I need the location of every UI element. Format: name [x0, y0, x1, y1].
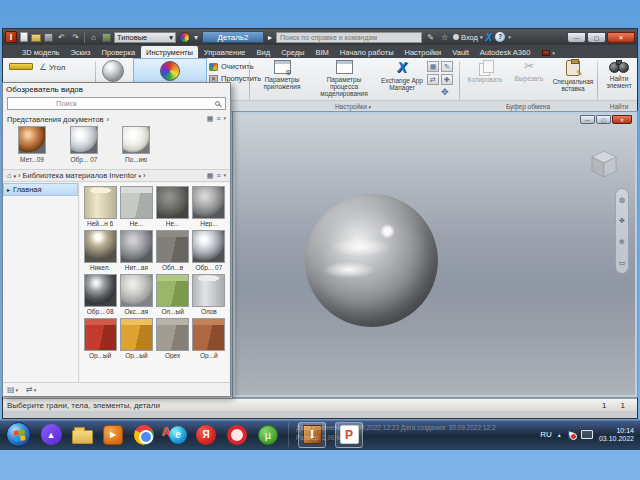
- library-breadcrumb[interactable]: ⌂ ▾ › Библиотека материалов Inventor ▾ ›…: [3, 169, 230, 182]
- swap-library-button[interactable]: ⇄▾: [26, 385, 36, 394]
- home-icon[interactable]: ⌂: [7, 171, 12, 180]
- material-item[interactable]: Обр... 07: [191, 230, 227, 271]
- help-button[interactable]: ?: [495, 32, 505, 42]
- document-appearance-item[interactable]: Обр... 07: [65, 126, 103, 169]
- signin-button[interactable]: Вход ▾: [453, 33, 482, 42]
- cut-button-disabled[interactable]: ✂ Вырезать: [509, 60, 549, 82]
- material-item[interactable]: Никел.: [82, 230, 118, 271]
- list-view-icon[interactable]: ≡: [216, 172, 220, 180]
- language-indicator[interactable]: RU: [540, 430, 552, 439]
- material-item[interactable]: Обл...в: [155, 230, 191, 271]
- help-search-input[interactable]: Поиск по справке и командам: [276, 32, 422, 43]
- caret-down-icon[interactable]: ▾: [14, 173, 17, 179]
- group-find[interactable]: Найти: [599, 103, 639, 110]
- taskbar-clock[interactable]: 10:14 03.10.2022: [599, 427, 634, 443]
- tab-3d-model[interactable]: 3D модель: [17, 46, 64, 58]
- tool-icon[interactable]: ⇄: [427, 74, 439, 85]
- document-appearance-item[interactable]: По...ию: [117, 126, 155, 169]
- viewport-minimize-button[interactable]: —: [580, 115, 595, 124]
- render-icon[interactable]: [102, 33, 111, 42]
- favorites-star-icon[interactable]: ☆: [439, 32, 450, 43]
- tool-icon[interactable]: ✎: [441, 61, 453, 72]
- pan-icon[interactable]: ✥: [619, 217, 625, 225]
- tab-view[interactable]: Вид: [252, 46, 276, 58]
- material-style-dropdown[interactable]: Типовые ▾: [114, 32, 176, 43]
- inventor-app-icon[interactable]: I: [5, 31, 17, 43]
- maximize-button[interactable]: ▢: [587, 32, 606, 43]
- action-center-flag-icon[interactable]: ⚑: [567, 430, 575, 440]
- move-cross-icon[interactable]: ✥: [441, 87, 449, 97]
- minimize-button[interactable]: —: [567, 32, 586, 43]
- home-icon[interactable]: ⌂: [88, 32, 99, 43]
- material-item[interactable]: Орех: [155, 318, 191, 359]
- taskbar-explorer-button[interactable]: [71, 424, 93, 446]
- taskbar-utorrent-button[interactable]: µ: [257, 424, 279, 446]
- taskbar-media-player-button[interactable]: ▶: [102, 424, 124, 446]
- manage-library-button[interactable]: ▤▾: [7, 385, 18, 394]
- caret-down-icon[interactable]: ▾: [223, 172, 226, 180]
- material-item[interactable]: Окс...ая: [118, 274, 154, 315]
- find-button[interactable]: Найти элемент: [601, 60, 637, 89]
- pen-icon[interactable]: ✎: [425, 32, 436, 43]
- tab-settings[interactable]: Настройки: [400, 46, 447, 58]
- library-name[interactable]: Библиотека материалов Inventor: [23, 171, 137, 180]
- material-item[interactable]: Не...: [118, 186, 154, 227]
- material-item[interactable]: Нер...: [191, 186, 227, 227]
- tab-sketch[interactable]: Эскиз: [65, 46, 95, 58]
- tab-a360[interactable]: Autodesk A360: [475, 46, 535, 58]
- angle-measure-button[interactable]: ∠ Угол: [39, 62, 65, 72]
- navigation-bar[interactable]: ◍ ✥ ⊕ ▭: [615, 188, 629, 274]
- panel-search-input[interactable]: Поиск: [7, 97, 226, 110]
- viewport-restore-button[interactable]: ▢: [596, 115, 611, 124]
- measure-ruler-icon[interactable]: [9, 63, 33, 70]
- tab-manage[interactable]: Управление: [199, 46, 251, 58]
- view-cube[interactable]: [585, 144, 623, 182]
- material-item[interactable]: Ор...й: [191, 318, 227, 359]
- taskbar-yandex-button[interactable]: Я: [195, 424, 217, 446]
- taskbar-chrome-button[interactable]: [133, 424, 155, 446]
- start-button[interactable]: [6, 422, 31, 447]
- grid-view-icon[interactable]: ▦: [207, 115, 214, 123]
- list-view-icon[interactable]: ≡: [216, 115, 220, 123]
- tab-bim[interactable]: BIM: [311, 46, 334, 58]
- tool-icon[interactable]: ▦: [427, 61, 439, 72]
- look-at-icon[interactable]: ▭: [619, 259, 626, 267]
- caret-down-icon[interactable]: ▾: [193, 32, 199, 43]
- group-clipboard[interactable]: Буфер обмена: [461, 103, 595, 110]
- orbit-icon[interactable]: ◍: [619, 196, 625, 204]
- document-appearance-item[interactable]: Мет...09: [13, 126, 51, 169]
- caret-down-icon[interactable]: ▾: [138, 173, 141, 179]
- material-item[interactable]: Ор...ый: [82, 318, 118, 359]
- tab-vault[interactable]: Vault: [447, 46, 474, 58]
- model-viewport[interactable]: — ▢ ✕ ◍ ✥ ⊕ ▭: [233, 112, 637, 397]
- material-item[interactable]: Ней...н 6: [82, 186, 118, 227]
- ribbon-overflow[interactable]: ▾: [542, 50, 555, 56]
- tab-tools[interactable]: Инструменты: [141, 46, 198, 58]
- tree-node-home[interactable]: ▸ Главная: [3, 183, 78, 196]
- close-button[interactable]: ✕: [607, 32, 635, 43]
- tab-get-started[interactable]: Начало работы: [335, 46, 399, 58]
- material-item[interactable]: Обр... 08: [82, 274, 118, 315]
- material-item[interactable]: Ор...ый: [118, 318, 154, 359]
- tab-inspect[interactable]: Проверка: [96, 46, 140, 58]
- sphere-model[interactable]: [305, 194, 438, 327]
- document-tab[interactable]: Деталь2: [202, 31, 264, 43]
- new-document-icon[interactable]: [20, 32, 28, 42]
- material-item[interactable]: Олов: [191, 274, 227, 315]
- material-sphere-icon[interactable]: [102, 60, 124, 82]
- display-network-icon[interactable]: [581, 430, 593, 439]
- paste-special-button[interactable]: ✎ Специальная вставка: [551, 60, 595, 92]
- appearance-wheel-icon[interactable]: [179, 32, 190, 43]
- copy-button-disabled[interactable]: Копировать: [463, 60, 507, 83]
- material-item[interactable]: Ол...ый: [155, 274, 191, 315]
- show-hidden-icons-button[interactable]: ▴: [558, 431, 561, 438]
- exchange-logo-icon[interactable]: X: [485, 32, 492, 43]
- zoom-icon[interactable]: ⊕: [619, 238, 625, 246]
- taskbar-edge-button[interactable]: A e: [164, 424, 186, 446]
- appearance-button-highlighted[interactable]: [133, 58, 207, 83]
- document-appearances-header[interactable]: Представления документов › ▦ ≡ ▾: [3, 113, 230, 125]
- doc-switch-arrow-icon[interactable]: ▸: [267, 32, 273, 43]
- taskbar-opera-button[interactable]: [226, 424, 248, 446]
- application-options-button[interactable]: ⚙ Параметры приложения: [255, 60, 309, 90]
- clear-appearance-button[interactable]: Очистить: [209, 62, 254, 71]
